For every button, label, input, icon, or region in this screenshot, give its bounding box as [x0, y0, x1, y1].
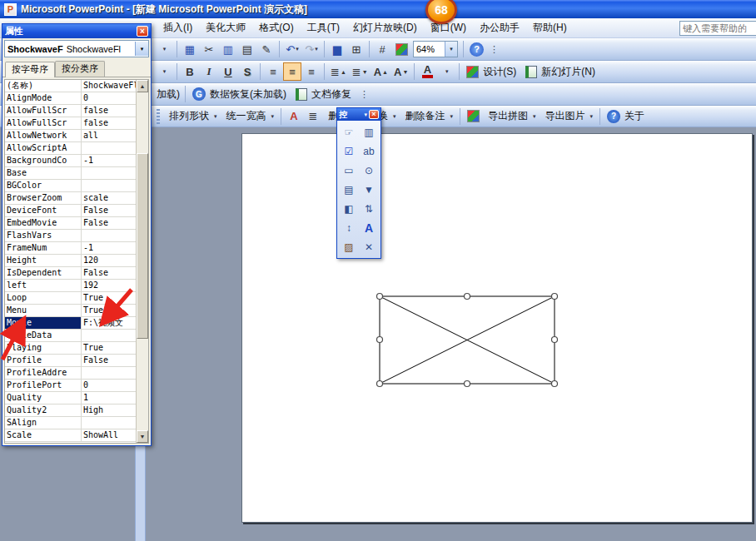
underline-button[interactable]: U	[219, 62, 237, 81]
about-button[interactable]: ?关于	[604, 107, 649, 126]
property-value-cell[interactable]: scale	[82, 192, 136, 204]
property-row[interactable]: AllowNetwork all	[5, 130, 136, 142]
property-row[interactable]: Scale ShowAll	[5, 429, 136, 442]
toolbar-grip[interactable]	[157, 109, 160, 124]
chevron-down-icon[interactable]: ▾	[445, 42, 457, 57]
property-row[interactable]: Quality 1	[5, 392, 136, 405]
scrollbar-thumb[interactable]	[137, 153, 148, 339]
property-name-cell[interactable]: FlashVars	[5, 230, 82, 241]
chevron-down-icon[interactable]: ▾	[437, 62, 455, 81]
property-name-cell[interactable]: AllowScriptA	[5, 142, 82, 154]
chevron-down-icon[interactable]: ▾	[135, 42, 148, 56]
property-value-cell[interactable]: -1	[82, 155, 136, 166]
property-name-cell[interactable]: DeviceFont	[5, 205, 82, 216]
export-image-button[interactable]: 导出图片▾	[540, 107, 597, 126]
scrollbar-track[interactable]	[137, 92, 148, 430]
property-row[interactable]: Playing True	[5, 342, 136, 355]
property-name-cell[interactable]: AlignMode	[5, 92, 82, 104]
property-row[interactable]: Base	[5, 167, 136, 180]
command-button-icon[interactable]: ▭	[339, 161, 359, 180]
property-name-cell[interactable]: Loop	[5, 292, 82, 304]
insert-chart-icon[interactable]: ▆	[328, 40, 346, 58]
property-value-cell[interactable]	[82, 367, 136, 379]
menu-item[interactable]: 帮助(H)	[526, 18, 574, 37]
property-row[interactable]: BackgroundCo -1	[5, 155, 136, 167]
property-name-cell[interactable]: AllowFullScr	[5, 117, 82, 129]
property-name-cell[interactable]: SAlign	[5, 417, 82, 429]
export-tool-icon[interactable]	[464, 107, 482, 126]
property-row[interactable]: Menu True	[5, 305, 136, 317]
text-tool-icon[interactable]: A	[285, 107, 303, 126]
property-value-cell[interactable]: F:\视频文	[82, 317, 136, 329]
option-button-icon[interactable]: ⊙	[359, 161, 379, 180]
property-row[interactable]: Movie F:\视频文	[5, 317, 136, 330]
property-value-cell[interactable]: True	[82, 292, 136, 304]
property-row[interactable]: FlashVars	[5, 230, 136, 242]
spin-button-icon[interactable]: ⇅	[359, 199, 379, 218]
bold-button[interactable]: B	[181, 62, 199, 81]
insert-table-icon[interactable]: ▦	[181, 40, 199, 58]
property-value-cell[interactable]: -1	[82, 242, 136, 254]
more-controls-icon[interactable]: ✕	[359, 237, 379, 256]
combobox-icon[interactable]: ▼	[359, 180, 379, 199]
property-row[interactable]: AlignMode 0	[5, 92, 136, 105]
property-name-cell[interactable]: left	[5, 280, 82, 291]
property-value-cell[interactable]: 192	[82, 280, 136, 291]
design-button[interactable]: 设计(S)	[463, 62, 521, 81]
property-value-cell[interactable]	[82, 142, 136, 154]
property-name-cell[interactable]: FrameNum	[5, 242, 82, 254]
property-row[interactable]: SAlign	[5, 417, 136, 429]
list-tool-icon[interactable]: ≣	[304, 107, 322, 126]
combo-fragment-icon[interactable]: ▾	[155, 40, 173, 58]
label-icon[interactable]: A	[359, 218, 379, 237]
property-value-cell[interactable]: False	[82, 355, 136, 366]
menu-item[interactable]: 办公助手	[473, 18, 526, 37]
property-value-cell[interactable]: false	[82, 105, 136, 117]
property-row[interactable]: BrowserZoom scale	[5, 192, 136, 205]
menu-item[interactable]: 插入(I)	[157, 18, 199, 37]
line-spacing-down-icon[interactable]: ≣▼	[350, 62, 371, 81]
properties-titlebar[interactable]: 属性 ×	[2, 24, 151, 38]
text-shadow-button[interactable]: S	[238, 62, 256, 81]
property-value-cell[interactable]	[82, 180, 136, 191]
toggle-button-icon[interactable]: ◧	[339, 199, 359, 218]
property-value-cell[interactable]: 1	[82, 392, 136, 404]
checkbox-icon[interactable]: ☑	[339, 141, 359, 161]
tab-alphabetic[interactable]: 按字母序	[5, 62, 55, 77]
format-painter-icon[interactable]: ✎	[257, 40, 276, 58]
property-name-cell[interactable]: (名称)	[5, 80, 82, 92]
undo-icon[interactable]: ↶▾	[283, 40, 301, 58]
property-value-cell[interactable]: false	[82, 117, 136, 129]
property-row[interactable]: Profile False	[5, 355, 136, 367]
property-name-cell[interactable]: Quality2	[5, 405, 82, 416]
chevron-down-icon[interactable]: ▾	[364, 112, 367, 118]
property-row[interactable]: IsDependent False	[5, 267, 136, 280]
property-name-cell[interactable]: BackgroundCo	[5, 155, 82, 166]
decrease-font-size-icon[interactable]: A▼	[391, 62, 410, 81]
property-row[interactable]: ProfileAddre	[5, 367, 136, 380]
property-value-cell[interactable]: ShockwaveFl	[82, 80, 136, 92]
close-icon[interactable]: ×	[137, 26, 148, 37]
property-row[interactable]: BGColor	[5, 180, 136, 192]
property-value-cell[interactable]: False	[82, 205, 136, 216]
font-color-icon[interactable]: A	[418, 62, 436, 81]
new-slide-button[interactable]: 新幻灯片(N)	[522, 62, 600, 81]
paste-icon[interactable]: ▤	[238, 40, 256, 58]
property-name-cell[interactable]: Movie	[5, 317, 82, 329]
property-row[interactable]: EmbedMovie False	[5, 217, 136, 230]
property-name-cell[interactable]: Menu	[5, 305, 82, 316]
property-name-cell[interactable]: AllowNetwork	[5, 130, 82, 141]
gridlines-icon[interactable]: #	[373, 40, 391, 58]
unify-size-button[interactable]: 统一宽高▾	[221, 107, 278, 126]
property-row[interactable]: AllowFullScr false	[5, 105, 136, 117]
shockwave-flash-control[interactable]	[242, 134, 754, 524]
property-value-cell[interactable]	[82, 230, 136, 241]
property-name-cell[interactable]: Scale	[5, 429, 82, 441]
property-row[interactable]: DeviceFont False	[5, 205, 136, 217]
property-value-cell[interactable]: High	[82, 405, 136, 416]
menu-item[interactable]: 格式(O)	[252, 18, 300, 37]
line-spacing-up-icon[interactable]: ≣▲	[328, 62, 349, 81]
scrollbar-icon[interactable]: ↕	[339, 218, 359, 237]
help-icon[interactable]: ?	[467, 40, 486, 58]
properties-icon[interactable]: ☞	[339, 122, 359, 141]
